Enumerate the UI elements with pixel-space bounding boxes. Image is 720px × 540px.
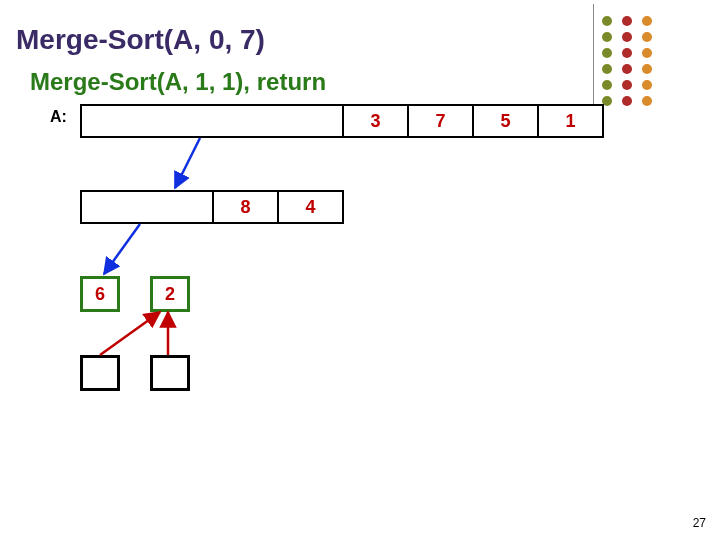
array-cell: 1 — [537, 106, 602, 136]
slide-subtitle: Merge-Sort(A, 1, 1), return — [30, 68, 326, 96]
svg-line-2 — [100, 312, 160, 355]
array-cell — [212, 106, 277, 136]
array-cell: 8 — [212, 192, 277, 222]
page-number: 27 — [693, 516, 706, 530]
leaf-box-left: 6 — [80, 276, 120, 312]
leaf-box-empty-left — [80, 355, 120, 391]
leaf-box-empty-right — [150, 355, 190, 391]
svg-line-0 — [175, 138, 200, 188]
leaf-value: 2 — [165, 284, 175, 305]
array-cell: 5 — [472, 106, 537, 136]
svg-line-1 — [104, 224, 140, 274]
array-row-top: 3 7 5 1 — [80, 104, 604, 138]
array-label: A: — [50, 108, 67, 126]
array-cell — [147, 106, 212, 136]
leaf-box-right: 2 — [150, 276, 190, 312]
array-cell — [82, 192, 147, 222]
array-cell — [82, 106, 147, 136]
leaf-value: 6 — [95, 284, 105, 305]
array-cell — [147, 192, 212, 222]
slide-title: Merge-Sort(A, 0, 7) — [16, 24, 265, 56]
array-cell — [277, 106, 342, 136]
array-cell: 7 — [407, 106, 472, 136]
array-cell: 3 — [342, 106, 407, 136]
array-row-mid: 8 4 — [80, 190, 344, 224]
array-cell: 4 — [277, 192, 342, 222]
decorative-dots — [602, 16, 692, 106]
